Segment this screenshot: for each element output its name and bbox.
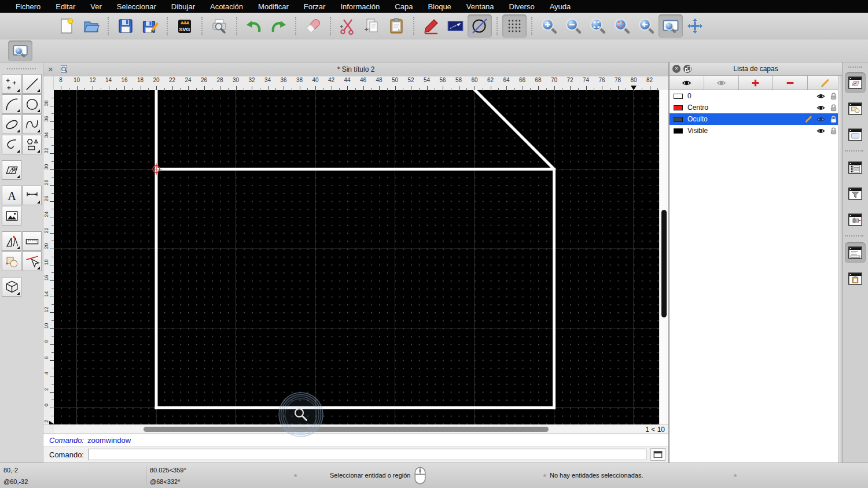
tool-circle-button[interactable]	[22, 94, 42, 114]
undo-button[interactable]	[242, 14, 266, 38]
ruler-tick	[506, 86, 507, 90]
menu-capa[interactable]: Capa	[387, 2, 420, 11]
layer-lock-icon[interactable]	[829, 127, 838, 135]
layer-row-centro[interactable]: Centro	[670, 102, 842, 113]
tool-hatch-button[interactable]	[2, 160, 21, 180]
redo-button[interactable]	[266, 14, 290, 38]
add-layer-button[interactable]	[739, 76, 774, 90]
vertical-scrollbar[interactable]	[659, 90, 668, 424]
save-as-button[interactable]	[138, 14, 162, 38]
layer-visibility-icon[interactable]	[816, 103, 825, 112]
show-all-layers-button[interactable]	[670, 76, 704, 90]
tool-measure-button[interactable]	[22, 231, 42, 251]
dock-library-browser-button[interactable]	[845, 124, 866, 145]
menu-bloque[interactable]: Bloque	[420, 2, 458, 11]
horizontal-scrollbar[interactable]	[54, 425, 637, 434]
tool-draw-misc-button[interactable]	[2, 231, 21, 251]
delete-button[interactable]	[301, 14, 325, 38]
distance-info-button[interactable]	[443, 14, 468, 38]
layer-row-0[interactable]: 0	[670, 90, 842, 102]
hide-all-layers-button[interactable]	[704, 76, 739, 90]
tool-text-button[interactable]	[2, 186, 21, 205]
drawing-canvas[interactable]	[54, 90, 659, 424]
layer-list: 0CentroOcultoVisible	[670, 90, 842, 463]
zoom-previous-button[interactable]	[634, 14, 659, 38]
panel-close-icon[interactable]: ×	[672, 65, 681, 73]
tool-ellipse-button[interactable]	[2, 114, 21, 134]
menu-información[interactable]: Información	[333, 2, 387, 11]
layer-lock-icon[interactable]	[829, 92, 838, 101]
export-svg-button[interactable]	[172, 14, 197, 38]
zoom-out-button[interactable]	[561, 14, 586, 38]
tool-select-button[interactable]	[22, 252, 42, 271]
ruler-tick	[618, 86, 619, 90]
command-detach-button[interactable]	[650, 448, 665, 461]
vertical-scrollbar-thumb[interactable]	[661, 210, 667, 317]
zoom-auto-button[interactable]	[586, 14, 610, 38]
menu-editar[interactable]: Editar	[48, 2, 83, 11]
tool-dimension-button[interactable]	[22, 186, 42, 205]
layer-edit-icon[interactable]	[804, 115, 812, 124]
menu-seleccionar[interactable]: Seleccionar	[109, 2, 164, 11]
new-file-button[interactable]	[54, 14, 79, 38]
menu-forzar[interactable]: Forzar	[296, 2, 333, 11]
paste-button[interactable]	[384, 14, 409, 38]
dock-projection-button[interactable]	[845, 209, 866, 230]
dock-block-list-button[interactable]	[845, 98, 866, 119]
zoom-selection-button[interactable]	[610, 14, 634, 38]
draft-mode-button[interactable]	[468, 14, 492, 38]
ruler-label: 30	[233, 77, 239, 83]
layer-visibility-icon[interactable]	[816, 115, 825, 124]
tool-image-button[interactable]	[2, 206, 21, 225]
tool-arc-button[interactable]	[2, 94, 21, 114]
menu-ver[interactable]: Ver	[83, 2, 109, 11]
remove-layer-button[interactable]	[773, 76, 808, 90]
horizontal-scrollbar-thumb[interactable]	[144, 427, 549, 432]
dock-entity-list-button[interactable]	[845, 157, 866, 178]
copy-button[interactable]	[360, 14, 384, 38]
tool-spline-button[interactable]	[22, 114, 42, 134]
panel-float-icon[interactable]	[683, 65, 692, 73]
edit-layer-button[interactable]	[808, 76, 842, 90]
menu-modificar[interactable]: Modificar	[251, 2, 296, 11]
layer-lock-icon[interactable]	[829, 103, 838, 112]
dock-clipboard-button[interactable]	[845, 268, 866, 289]
open-file-button[interactable]	[79, 14, 103, 38]
tool-points-button[interactable]	[2, 74, 21, 94]
layer-lock-icon[interactable]	[829, 115, 838, 124]
cut-button[interactable]	[336, 14, 360, 38]
palette-drag-handle[interactable]	[7, 68, 36, 69]
dock-command-line-button[interactable]	[845, 242, 866, 263]
snap-grid-button[interactable]	[502, 14, 527, 38]
tool-polygon-button[interactable]	[22, 135, 42, 154]
zoom-in-button[interactable]	[537, 14, 561, 38]
command-input[interactable]	[88, 449, 646, 460]
panel-scrollbar-gutter[interactable]	[838, 76, 842, 463]
menu-ventana[interactable]: Ventana	[459, 2, 502, 11]
strip-drag-handle[interactable]	[848, 66, 862, 68]
layer-row-oculto[interactable]: Oculto	[670, 113, 842, 125]
zoom-window-option-button[interactable]	[8, 40, 32, 61]
tool-line-button[interactable]	[22, 74, 42, 94]
menu-ayuda[interactable]: Ayuda	[542, 2, 579, 11]
zoom-window-button[interactable]	[659, 14, 683, 38]
menu-dibujar[interactable]: Dibujar	[164, 2, 203, 11]
tool-3d-box-button[interactable]	[2, 277, 21, 297]
menu-diverso[interactable]: Diverso	[502, 2, 542, 11]
zoom-pan-button[interactable]	[683, 14, 707, 38]
pen-attributes-button[interactable]	[419, 14, 443, 38]
layer-row-visible[interactable]: Visible	[670, 125, 842, 136]
tool-polyline-button[interactable]	[2, 135, 21, 154]
menu-fichero[interactable]: Fichero	[8, 2, 48, 11]
dock-layer-list-button[interactable]	[845, 72, 866, 93]
layer-visibility-icon[interactable]	[816, 127, 825, 135]
pan-icon	[686, 17, 704, 35]
dock-selection-filter-button[interactable]	[845, 183, 866, 204]
menu-acotación[interactable]: Acotación	[203, 2, 251, 11]
tool-modify-button[interactable]	[2, 252, 21, 271]
layer-visibility-icon[interactable]	[816, 92, 825, 101]
save-button[interactable]	[113, 14, 138, 38]
print-preview-button[interactable]	[207, 14, 231, 38]
zoom-auto-icon	[589, 17, 607, 35]
ruler-tick	[586, 86, 587, 90]
